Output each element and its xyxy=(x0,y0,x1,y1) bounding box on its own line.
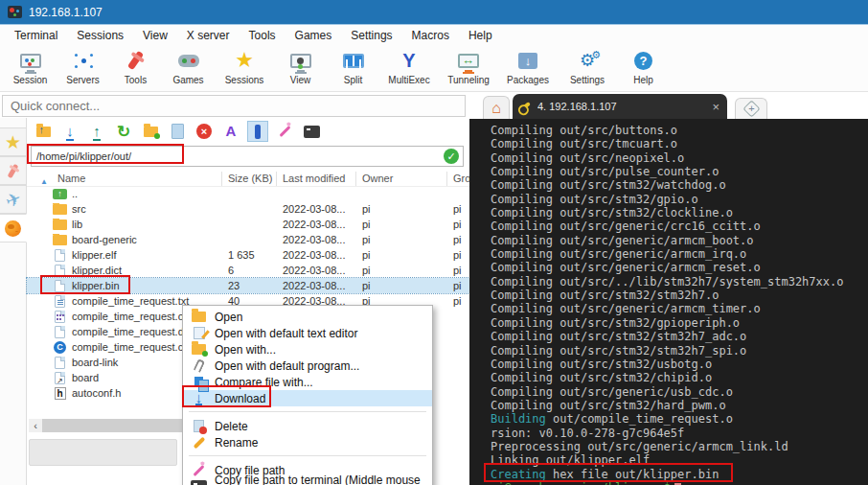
folder-icon xyxy=(53,234,67,246)
context-menu-delete[interactable]: Delete xyxy=(183,418,432,434)
context-menu-open[interactable]: Open xyxy=(183,309,432,325)
menu-view[interactable]: View xyxy=(134,27,176,44)
new-tab-icon: + xyxy=(742,100,760,117)
file-row-board-generic[interactable]: board-generic2022-03-08...pipi xyxy=(27,232,469,247)
side-tab-macros-plane-icon[interactable]: ✈ xyxy=(0,185,27,214)
file-name: board xyxy=(72,372,99,383)
help-icon: ? xyxy=(629,48,658,73)
toolbar-tools[interactable]: Tools xyxy=(109,48,162,85)
file-row-klipper-dict[interactable]: klipper.dict62022-03-08...pipi xyxy=(27,263,469,278)
scrollbar-thumb[interactable] xyxy=(42,419,182,432)
path-input[interactable] xyxy=(31,146,464,167)
toolbar-view[interactable]: View xyxy=(274,48,327,85)
file-name: .. xyxy=(72,188,78,199)
toolbar-split[interactable]: Split xyxy=(327,48,379,85)
toolbar-servers[interactable]: Servers xyxy=(57,48,109,85)
refresh-icon: ↻ xyxy=(117,122,130,142)
file-row-lib[interactable]: lib2022-03-08...pipi xyxy=(27,217,469,232)
toolbar-sessions[interactable]: ★Sessions xyxy=(215,48,274,85)
toolbar-multiexec[interactable]: YMultiExec xyxy=(379,48,439,85)
context-menu-copy-file-path-to-terminal-middle-mouse-click[interactable]: Copy file path to terminal (Middle mouse… xyxy=(183,478,432,485)
scroll-left-arrow-icon[interactable]: ‹ xyxy=(29,419,42,432)
sftp-font-icon-button[interactable]: A xyxy=(220,121,241,142)
column-header-size-kb[interactable]: Size (KB) xyxy=(222,172,277,186)
new-tab-button[interactable]: + xyxy=(735,98,767,119)
file-row-src[interactable]: src2022-03-08...pipi xyxy=(27,201,469,217)
file-owner: pi xyxy=(356,219,447,230)
close-icon[interactable]: × xyxy=(712,101,720,113)
sftp-edit-icon-button[interactable] xyxy=(247,121,268,142)
menu-sessions[interactable]: Sessions xyxy=(68,27,132,44)
tab-192-168-1-107[interactable]: 4. 192.168.1.107 × xyxy=(513,94,727,119)
context-menu-open-with[interactable]: Open with... xyxy=(183,341,432,358)
horizontal-scrollbar[interactable]: ‹ xyxy=(29,419,182,432)
context-menu-download[interactable]: ↓Download xyxy=(183,390,432,406)
menu-tools[interactable]: Tools xyxy=(240,27,285,44)
toolbar-session[interactable]: Session xyxy=(4,48,57,85)
context-menu-open-with-default-program[interactable]: Open with default program... xyxy=(183,358,432,374)
menu-games[interactable]: Games xyxy=(286,27,341,44)
file-icon xyxy=(53,357,67,369)
file-icon xyxy=(53,326,67,338)
sort-asc-icon: ▲ xyxy=(40,174,48,186)
text-file-icon xyxy=(53,295,67,308)
file-row-klipper-elf[interactable]: klipper.elf1 6352022-03-08...pipi xyxy=(27,247,469,263)
context-menu-rename[interactable]: Rename xyxy=(183,434,432,450)
column-header-name[interactable]: ▲Name xyxy=(27,172,222,186)
menu-settings[interactable]: Settings xyxy=(342,27,400,44)
sftp-delete-icon-button[interactable]: × xyxy=(194,121,215,142)
sftp-wand-icon-button[interactable] xyxy=(274,121,295,142)
column-header-gro[interactable]: Gro xyxy=(447,172,469,186)
file-row-parent[interactable]: ↑.. xyxy=(27,186,469,201)
menu-help[interactable]: Help xyxy=(460,27,501,44)
context-menu-open-with-default-text-editor[interactable]: Open with default text editor xyxy=(183,325,432,341)
terminal-output[interactable]: Compiling out/src/buttons.oCompiling out… xyxy=(469,119,868,485)
file-modified: 2022-03-08... xyxy=(277,203,356,215)
side-tab-star-icon[interactable]: ★ xyxy=(0,127,27,156)
terminal-line: Compiling out/src/stm32/gpio.o xyxy=(491,193,868,206)
file-row-klipper-bin[interactable]: klipper.bin232022-03-08...pipi xyxy=(27,278,469,293)
sftp-refresh-icon-button[interactable]: ↻ xyxy=(113,121,134,142)
file-owner: pi xyxy=(356,280,447,291)
terminal-line: Creating hex file out/klipper.bin xyxy=(491,468,868,481)
quick-connect-input[interactable] xyxy=(2,95,466,117)
terminal-line: Preprocessing out/src/generic/armcm_link… xyxy=(491,440,868,453)
star-icon: ★ xyxy=(5,131,21,153)
rename-pencil-icon xyxy=(191,435,207,450)
object-file-icon xyxy=(53,311,67,323)
menu-bar: TerminalSessionsViewX serverToolsGamesSe… xyxy=(0,25,868,45)
terminal-line: Compiling out/src/generic/armcm_timer.o xyxy=(491,302,868,315)
sftp-new-folder-icon-button[interactable] xyxy=(140,121,161,142)
context-menu-compare-file-with[interactable]: Compare file with... xyxy=(183,374,432,390)
sftp-terminal-icon-button[interactable] xyxy=(301,121,322,142)
toolbar-help[interactable]: ?Help xyxy=(617,48,670,85)
column-header-owner[interactable]: Owner xyxy=(356,172,447,186)
menu-terminal[interactable]: Terminal xyxy=(6,27,66,44)
toolbar-tunneling[interactable]: Tunneling xyxy=(439,48,498,85)
column-header-last-modified[interactable]: Last modified xyxy=(277,172,356,186)
file-table-header: ▲NameSize (KB)Last modifiedOwnerGro xyxy=(27,171,469,187)
settings-gear-icon: ⚙ xyxy=(573,48,602,73)
terminal-line: Compiling out/src/neopixel.o xyxy=(491,151,868,165)
menu-x-server[interactable]: X server xyxy=(178,27,239,44)
file-name: compile_time_request.txt xyxy=(72,295,189,307)
file-name: src xyxy=(72,203,86,215)
sftp-folder-up-icon-button[interactable] xyxy=(33,121,54,142)
toolbar-packages[interactable]: ↓Packages xyxy=(498,48,558,85)
terminal-line: Compiling out/src/buttons.o xyxy=(491,124,868,137)
menu-macros[interactable]: Macros xyxy=(403,27,458,44)
edit-icon xyxy=(255,125,261,139)
sftp-new-file-icon-button[interactable] xyxy=(167,121,188,142)
toolbar-settings[interactable]: ⚙Settings xyxy=(558,48,617,85)
folder-plus-icon xyxy=(191,342,207,357)
file-modified: 2022-03-08... xyxy=(277,219,356,230)
sftp-download-icon-button[interactable]: ↓ xyxy=(59,121,80,142)
sftp-upload-icon-button[interactable]: ↑ xyxy=(86,121,107,142)
side-tab-tools-knife-icon[interactable] xyxy=(0,156,27,185)
home-tab[interactable]: ⌂ xyxy=(483,96,510,119)
toolbar-games[interactable]: Games xyxy=(162,48,215,85)
wand-icon xyxy=(284,125,286,138)
context-menu-label: Open with... xyxy=(215,343,276,357)
terminal-line: Compiling out/src/generic/armcm_boot.o xyxy=(491,234,868,247)
side-tab-sftp-globe-icon[interactable] xyxy=(0,214,27,242)
